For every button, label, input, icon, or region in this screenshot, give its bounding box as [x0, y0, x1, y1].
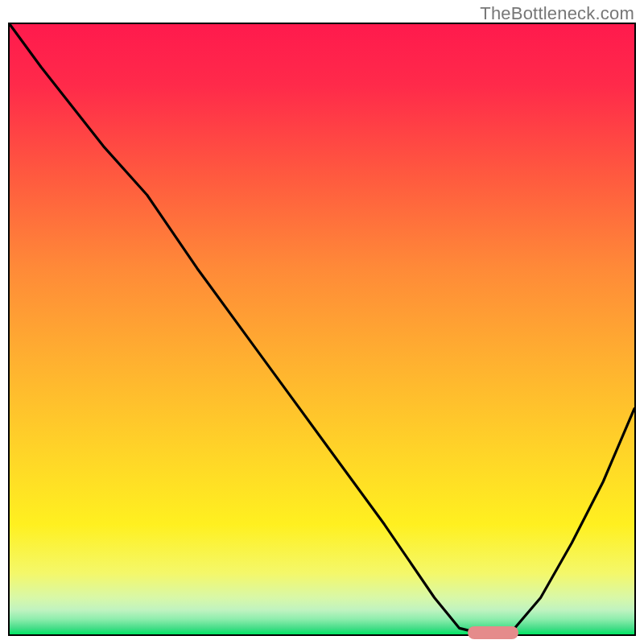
bottleneck-curve: [10, 24, 634, 634]
optimal-range-marker: [468, 626, 518, 639]
watermark-label: TheBottleneck.com: [480, 3, 634, 24]
plot-frame: [8, 23, 636, 636]
